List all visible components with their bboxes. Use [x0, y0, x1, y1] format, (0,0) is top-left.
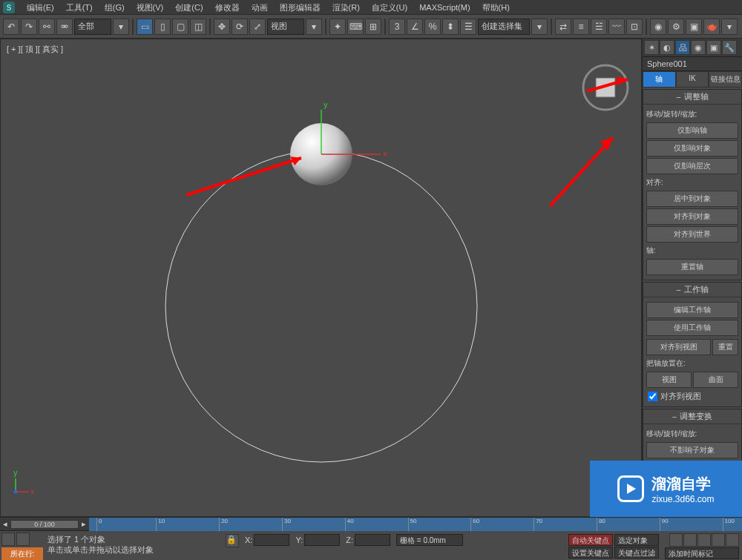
- redo-icon[interactable]: ↷: [21, 19, 37, 35]
- prev-icon[interactable]: [683, 533, 697, 547]
- play-icon-btn[interactable]: [697, 533, 711, 547]
- viewcube[interactable]: [583, 65, 628, 110]
- menu-maxscript[interactable]: MAXScript(M): [413, 0, 476, 15]
- utilities-tab-icon[interactable]: 🔧: [722, 40, 737, 55]
- lock-icon[interactable]: 🔒: [226, 534, 239, 547]
- material-icon[interactable]: ◉: [650, 19, 666, 35]
- use-working-pivot-button[interactable]: 使用工作轴: [646, 320, 738, 336]
- selected-dropdown[interactable]: 选定对象: [614, 534, 659, 546]
- manipulate-icon[interactable]: ✦: [329, 19, 346, 35]
- keyboard-icon[interactable]: ⌨: [347, 19, 364, 35]
- menu-create[interactable]: 创建(C): [169, 0, 209, 15]
- viewport-top[interactable]: [ + ][ 顶 ][ 真实 ] y x: [0, 39, 642, 517]
- time-slider[interactable]: 0 / 100: [10, 520, 79, 529]
- undo-icon[interactable]: ↶: [3, 19, 19, 35]
- dropdown-arrow-icon[interactable]: ▾: [531, 19, 548, 35]
- add-time-tag[interactable]: 添加时间标记: [665, 547, 739, 559]
- select-region-icon[interactable]: ▢: [172, 19, 188, 35]
- reset-pivot-button[interactable]: 重置轴: [646, 259, 738, 275]
- pivot-icon[interactable]: ▾: [306, 19, 322, 35]
- render-frame-icon[interactable]: ▣: [686, 19, 702, 35]
- affect-hierarchy-only-button[interactable]: 仅影响层次: [646, 158, 738, 174]
- display-tab-icon[interactable]: ▣: [706, 40, 721, 55]
- reset-wp-button[interactable]: 重置: [712, 339, 738, 355]
- time-ruler[interactable]: 0 10 20 30 40 50 60 70 80 90 100: [89, 518, 742, 531]
- set-key-button[interactable]: 设置关键点: [568, 547, 613, 559]
- named-sets-dropdown[interactable]: 创建选择集: [478, 19, 530, 35]
- unlink-icon[interactable]: ⚮: [56, 19, 73, 35]
- align-to-world-button[interactable]: 对齐到世界: [646, 226, 738, 243]
- hierarchy-tab-icon[interactable]: 品: [675, 40, 690, 55]
- ref-coord-dropdown[interactable]: 视图: [267, 19, 304, 35]
- align-to-view-button[interactable]: 对齐到视图: [646, 339, 711, 355]
- prev-frame-icon[interactable]: ◂: [3, 519, 7, 529]
- goto-start-icon[interactable]: [669, 533, 683, 547]
- surface-button[interactable]: 曲面: [693, 372, 738, 388]
- render-setup-icon[interactable]: ⚙: [668, 19, 684, 35]
- move-icon[interactable]: ✥: [214, 19, 230, 35]
- menu-group[interactable]: 组(G): [99, 0, 131, 15]
- y-input[interactable]: [304, 534, 340, 546]
- render-prod-icon[interactable]: ▾: [721, 19, 738, 35]
- select-name-icon[interactable]: ▯: [154, 19, 171, 35]
- timeline[interactable]: ◂ 0 / 100 ▸ 0 10 20 30 40 50 60 70 80 90…: [0, 518, 742, 531]
- spinner-snap-icon[interactable]: ⬍: [442, 19, 459, 35]
- menu-tools[interactable]: 工具(T): [60, 0, 99, 15]
- adjust-pivot-header[interactable]: 调整轴: [643, 90, 741, 105]
- align-to-view-checkbox-row[interactable]: 对齐到视图: [646, 389, 738, 403]
- link-info-tab[interactable]: 链接信息: [709, 71, 742, 88]
- next-icon[interactable]: [712, 533, 725, 547]
- link-icon[interactable]: ⚯: [39, 19, 55, 35]
- app-icon[interactable]: S: [3, 1, 15, 13]
- snap-icon[interactable]: ⊞: [365, 19, 381, 35]
- menu-modifiers[interactable]: 修改器: [209, 0, 246, 15]
- ik-tab[interactable]: IK: [676, 71, 709, 88]
- edit-named-icon[interactable]: ☰: [460, 19, 476, 35]
- window-crossing-icon[interactable]: ◫: [190, 19, 206, 35]
- modify-tab-icon[interactable]: ◐: [660, 40, 674, 55]
- align-icon[interactable]: ≡: [573, 19, 589, 35]
- pivot-tab[interactable]: 轴: [643, 71, 676, 88]
- affect-object-only-button[interactable]: 仅影响对象: [646, 140, 738, 157]
- menu-animation[interactable]: 动画: [246, 0, 274, 15]
- working-pivot-header[interactable]: 工作轴: [643, 283, 741, 297]
- scale-icon[interactable]: ⤢: [249, 19, 266, 35]
- z-input[interactable]: [355, 534, 390, 546]
- schematic-icon[interactable]: ⊡: [626, 19, 643, 35]
- filter-dropdown[interactable]: 全部: [74, 19, 111, 35]
- render-icon[interactable]: 🫖: [703, 19, 720, 35]
- filter-icon[interactable]: ▾: [113, 19, 129, 35]
- layer-icon[interactable]: ☱: [591, 19, 607, 35]
- affect-pivot-only-button[interactable]: 仅影响轴: [646, 122, 738, 139]
- menu-rendering[interactable]: 渲染(R): [326, 0, 366, 15]
- auto-key-button[interactable]: 自动关键点: [568, 534, 613, 546]
- menu-views[interactable]: 视图(V): [131, 0, 170, 15]
- dont-affect-children-button[interactable]: 不影响子对象: [646, 442, 738, 458]
- center-to-object-button[interactable]: 居中到对象: [646, 191, 738, 207]
- percent-snap-icon[interactable]: %: [424, 19, 441, 35]
- listener-icon[interactable]: [16, 533, 30, 546]
- select-icon[interactable]: ▭: [137, 19, 153, 35]
- rotate-icon[interactable]: ⟳: [232, 19, 248, 35]
- menu-help[interactable]: 帮助(H): [476, 0, 516, 15]
- object-name-field[interactable]: Sphere001: [643, 56, 742, 70]
- menu-graph-editors[interactable]: 图形编辑器: [274, 0, 326, 15]
- next-frame-icon[interactable]: ▸: [82, 519, 86, 529]
- edit-working-pivot-button[interactable]: 编辑工作轴: [646, 302, 738, 318]
- menu-customize[interactable]: 自定义(U): [366, 0, 413, 15]
- angle-snap-icon[interactable]: ∠: [407, 19, 423, 35]
- goto-end-icon[interactable]: [726, 533, 739, 547]
- maxscript-mini-icon[interactable]: [1, 533, 15, 546]
- snap-3-icon[interactable]: 3: [389, 19, 405, 35]
- align-to-object-button[interactable]: 对齐到对象: [646, 208, 738, 225]
- align-to-view-checkbox[interactable]: [648, 392, 657, 401]
- mirror-icon[interactable]: ⇄: [555, 19, 571, 35]
- adjust-transform-header[interactable]: 调整变换: [643, 409, 741, 424]
- motion-tab-icon[interactable]: ◉: [691, 40, 706, 55]
- key-filters-button[interactable]: 关键点过滤器: [614, 547, 659, 559]
- curve-editor-icon[interactable]: 〰: [608, 19, 625, 35]
- x-input[interactable]: [254, 534, 289, 546]
- view-button[interactable]: 视图: [646, 372, 692, 388]
- create-tab-icon[interactable]: ✶: [644, 40, 659, 55]
- menu-edit[interactable]: 编辑(E): [21, 0, 60, 15]
